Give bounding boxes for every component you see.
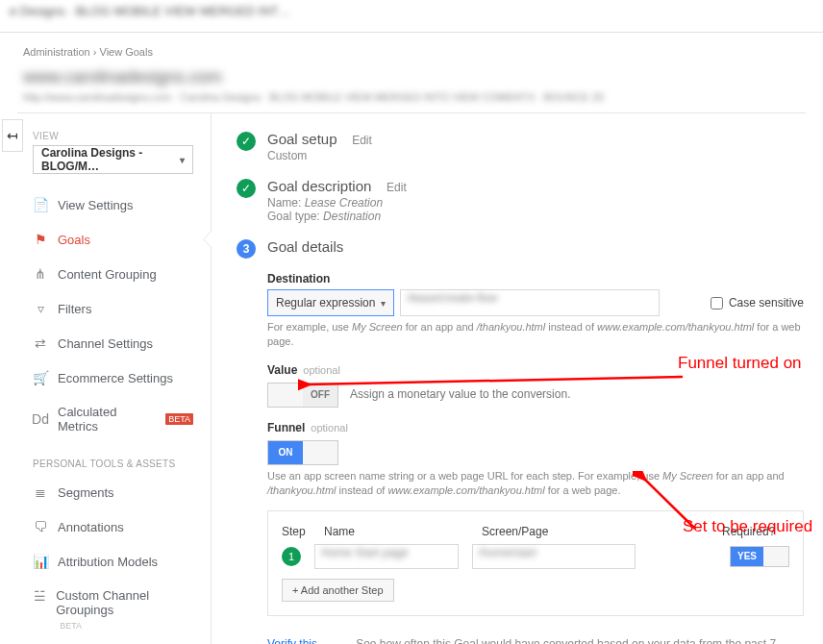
toggle-empty	[763, 547, 788, 566]
funnel-icon: ▿	[33, 301, 48, 316]
sidebar-item-label: Annotations	[58, 520, 124, 534]
step-title: Goal setup	[267, 131, 337, 147]
funnel-step-screen-blurred: /home/start	[479, 546, 536, 559]
funnel-step-number: 1	[282, 547, 301, 566]
property-title-blurred: www.carolinadesigns.com	[23, 67, 800, 87]
add-step-button[interactable]: + Add another Step	[282, 579, 394, 602]
sidebar-item-segments[interactable]: ≣ Segments	[0, 475, 211, 509]
sidebar-item-calculated-metrics[interactable]: Dd Calculated Metrics BETA	[0, 395, 211, 443]
match-type-value: Regular expression	[276, 296, 375, 310]
step-goal-setup[interactable]: ✓ Goal setup Edit Custom	[237, 131, 804, 162]
dd-icon: Dd	[33, 411, 48, 427]
edit-link[interactable]: Edit	[387, 181, 407, 194]
goal-details-block: Destination Regular expression ▾ /lease/…	[267, 272, 804, 644]
toggle-yes: YES	[731, 547, 763, 566]
funnel-step-row: 1 Home Start page /home/start YES	[282, 544, 789, 569]
destination-value-blurred: /lease/create-flow	[407, 291, 497, 305]
case-sensitive-wrap[interactable]: Case sensitive	[711, 296, 804, 310]
back-button[interactable]: ↤	[2, 119, 23, 152]
beta-badge-gray: BETA	[60, 621, 82, 631]
verify-link[interactable]: Verify this Goal	[267, 637, 344, 644]
sidebar-item-attribution-models[interactable]: 📊 Attribution Models	[0, 544, 211, 579]
sidebar-item-label: Content Grouping	[58, 267, 157, 282]
value-assign-text: Assign a monetary value to the conversio…	[350, 387, 570, 401]
step-goal-details: 3 Goal details	[237, 238, 804, 259]
funnel-steps-box: Step Name Screen/Page Required? 1 Home S…	[267, 510, 804, 616]
sidebar-item-label: Goals	[58, 233, 90, 247]
edit-link[interactable]: Edit	[352, 134, 372, 147]
funnel-step-name-blurred: Home Start page	[321, 546, 409, 559]
page-icon: 📄	[33, 197, 48, 212]
sidebar: ↤ VIEW Carolina Designs - BLOG/M… ▾ 📄 Vi…	[0, 113, 212, 644]
sidebar-item-view-settings[interactable]: 📄 View Settings	[0, 187, 211, 222]
sidebar-item-goals[interactable]: ⚑ Goals	[0, 222, 211, 257]
step-sub: Custom	[267, 149, 372, 162]
bars-icon: 📊	[33, 554, 48, 569]
col-required: Required?	[722, 525, 789, 538]
segments-icon: ≣	[33, 484, 48, 500]
funnel-step-name-input[interactable]: Home Start page	[314, 544, 459, 569]
funnel-help: Use an app screen name string or a web p…	[267, 469, 804, 499]
col-step: Step	[282, 525, 311, 538]
verify-text: See how often this Goal would have conve…	[356, 637, 804, 644]
funnel-toggle[interactable]: ON	[267, 440, 338, 465]
step-number-badge: 3	[237, 239, 256, 259]
grouping-icon: ⋔	[33, 266, 48, 282]
chevron-down-icon: ▾	[180, 155, 185, 165]
toggle-on: ON	[268, 441, 303, 464]
toggle-empty	[268, 384, 303, 407]
cart-icon: 🛒	[33, 370, 48, 385]
step-title: Goal details	[267, 238, 343, 255]
step-title: Goal description	[267, 178, 371, 194]
toggle-empty	[303, 441, 337, 464]
breadcrumb-goals: View Goals	[100, 46, 153, 58]
case-sensitive-label: Case sensitive	[729, 296, 804, 310]
toggle-off: OFF	[303, 384, 337, 407]
sidebar-item-ecommerce-settings[interactable]: 🛒 Ecommerce Settings	[0, 360, 211, 395]
arrow-left-icon: ↤	[7, 128, 18, 143]
flag-icon: ⚑	[33, 232, 48, 247]
sidebar-item-annotations[interactable]: 🗨 Annotations	[0, 509, 211, 544]
sidebar-item-label: Ecommerce Settings	[58, 371, 173, 385]
funnel-label: Funneloptional	[267, 421, 804, 434]
destination-label: Destination	[267, 272, 804, 285]
value-toggle[interactable]: OFF	[267, 383, 338, 408]
sidebar-item-label: View Settings	[58, 198, 134, 212]
property-sub-blurred: http://www.carolinadesigns.com · Carolin…	[23, 91, 800, 103]
verify-row: Verify this Goal See how often this Goal…	[267, 637, 804, 644]
view-label: VIEW	[0, 123, 211, 145]
funnel-step-screen-input[interactable]: /home/start	[472, 544, 636, 569]
view-selector[interactable]: Carolina Designs - BLOG/M… ▾	[33, 145, 193, 174]
speech-icon: 🗨	[33, 519, 48, 534]
view-name: Carolina Designs - BLOG/M…	[41, 146, 180, 173]
property-header: www.carolinadesigns.com http://www.carol…	[0, 63, 823, 112]
sidebar-section-tools: PERSONAL TOOLS & ASSETS	[0, 443, 211, 475]
col-screen: Screen/Page	[482, 525, 645, 538]
breadcrumb: Administration › View Goals	[0, 33, 823, 63]
sidebar-item-channel-settings[interactable]: ⇄ Channel Settings	[0, 326, 211, 360]
sidebar-item-label: Filters	[58, 302, 91, 316]
main-content: ✓ Goal setup Edit Custom ✓ Goal descript…	[212, 113, 823, 644]
sidebar-item-custom-channel-groupings[interactable]: ☱ Custom Channel Groupings BETA	[0, 579, 211, 641]
channel-icon: ⇄	[33, 335, 48, 351]
sidebar-item-label: Channel Settings	[58, 336, 153, 351]
sidebar-item-label: Custom Channel Groupings	[56, 588, 149, 617]
required-toggle[interactable]: YES	[730, 546, 789, 567]
step-goal-description[interactable]: ✓ Goal description Edit Name: Lease Crea…	[237, 178, 804, 223]
sidebar-item-label: Segments	[58, 485, 114, 500]
check-icon: ✓	[237, 179, 256, 198]
sidebar-item-label: Attribution Models	[58, 555, 158, 569]
grouping-alt-icon: ☱	[33, 588, 46, 604]
match-type-dropdown[interactable]: Regular expression ▾	[267, 289, 394, 316]
sidebar-item-label: Calculated Metrics	[58, 405, 152, 433]
case-sensitive-checkbox[interactable]	[711, 297, 723, 310]
breadcrumb-admin[interactable]: Administration	[23, 46, 90, 58]
destination-help: For example, use My Screen for an app an…	[267, 320, 804, 350]
sidebar-item-content-grouping[interactable]: ⋔ Content Grouping	[0, 257, 211, 291]
step-sub: Name: Lease Creation Goal type: Destinat…	[267, 196, 407, 223]
browser-tab-bar: e Designs · BLOG MOBILE VIEW MERGED INT…	[0, 0, 823, 33]
sidebar-item-filters[interactable]: ▿ Filters	[0, 291, 211, 326]
col-name: Name	[324, 525, 468, 538]
destination-input[interactable]: /lease/create-flow	[400, 289, 660, 316]
chevron-down-icon: ▾	[381, 298, 386, 309]
